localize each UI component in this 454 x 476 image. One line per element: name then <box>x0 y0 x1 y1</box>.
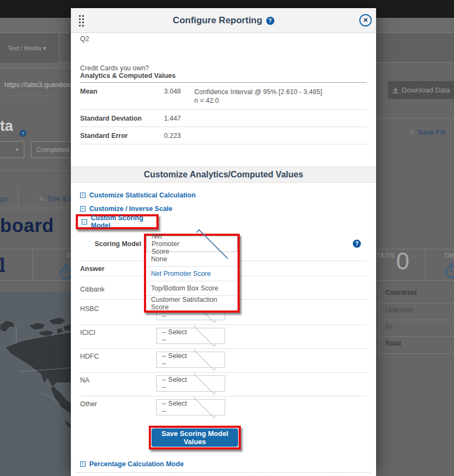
chevron-down-icon <box>193 371 216 394</box>
download-data-button[interactable]: Download Data <box>388 81 454 99</box>
divider <box>379 320 454 320</box>
countries-header: Countries <box>385 289 417 296</box>
question-code: Q2 <box>80 35 89 43</box>
divider <box>379 286 379 357</box>
answer-column-header: Answer <box>80 265 104 273</box>
scoring-model-select[interactable]: Net Promoter Score <box>146 236 238 252</box>
table-total-row: Total <box>385 340 401 347</box>
plus-icon: + <box>80 206 85 211</box>
analytics-section-title: Analytics & Computed Values <box>80 72 175 80</box>
divider <box>80 372 366 373</box>
section-percentage-calculation-mode[interactable]: + Percentage Calculation Mode <box>80 460 183 468</box>
dashed-divider <box>76 472 371 473</box>
text-media-label: Text / Media ▾ <box>8 44 46 52</box>
answer-label: Citibank <box>80 286 104 293</box>
table-row: Standard Deviation 1.447 <box>80 110 367 127</box>
data-heading-fragment: ta <box>0 118 13 135</box>
save-button-annotation: Save Scoring Model Values <box>149 426 241 449</box>
chevron-down-icon <box>193 394 216 418</box>
answer-score-select[interactable]: -- Select -- <box>156 328 225 344</box>
help-icon[interactable]: ? <box>353 240 361 248</box>
plus-icon: + <box>80 193 85 198</box>
table-row: Mean 3.048 Confidence Interval @ 95% [2.… <box>80 83 367 110</box>
modal-title: Configure Reporting ? <box>71 8 376 33</box>
started-label-fragment: S <box>67 252 70 258</box>
save-scoring-model-values-button[interactable]: Save Scoring Model Values <box>152 428 238 447</box>
help-icon[interactable]: ? <box>266 17 274 25</box>
table-row: Unknown <box>385 306 413 314</box>
screen: Text / Media ▾ https://labs3.questionpr … <box>0 0 454 476</box>
minus-icon: − <box>82 219 87 224</box>
table-row: Standard Error 0.223 <box>80 127 367 144</box>
dropouts-value: 0 <box>396 247 409 275</box>
modal-header: Configure Reporting ? ✕ <box>71 8 376 33</box>
settings-tab-fragment[interactable]: gs <box>0 195 8 203</box>
divider <box>80 325 366 325</box>
chevron-down-icon <box>193 323 216 346</box>
answer-score-select[interactable]: -- Select -- <box>156 375 225 392</box>
divider <box>32 249 33 280</box>
dashboard-heading-fragment: board <box>0 215 54 236</box>
answer-score-select[interactable]: -- Select -- <box>156 352 225 368</box>
option-net-promoter-score[interactable]: Net Promoter Score <box>146 267 238 281</box>
section-customize-statistical-calculation[interactable]: + Customize Statistical Calculation <box>80 191 196 199</box>
answer-label: HDFC <box>80 353 99 360</box>
answer-label: HSBC <box>80 305 99 313</box>
divider <box>379 353 454 354</box>
table-row: IN <box>385 323 392 330</box>
filter-dropdown[interactable]: ▼ <box>0 141 24 158</box>
option-top-bottom-box-score[interactable]: Top/Bottom Box Score <box>146 281 238 296</box>
title-logo-tab[interactable]: ✎ Title & L <box>39 195 71 203</box>
confidence-interval-note: Confidence Interval @ 95% [2.610 - 3.485… <box>194 88 367 96</box>
divider <box>80 396 366 396</box>
plus-icon: + <box>80 461 85 467</box>
text-media-tab[interactable]: Text / Media ▾ <box>0 33 60 63</box>
caret-down-icon: ▼ <box>15 147 19 153</box>
divider <box>376 118 454 118</box>
close-icon[interactable]: ✕ <box>359 14 372 27</box>
analytics-table: Mean 3.048 Confidence Interval @ 95% [2.… <box>80 82 367 144</box>
divider <box>379 336 454 337</box>
section-custom-scoring-model[interactable]: − Custom Scoring Model <box>76 214 159 229</box>
configure-reporting-modal: Configure Reporting ? ✕ Q2 Credit Cards … <box>71 8 376 476</box>
section-customize-inverse-scale[interactable]: + Customize / Inverse Scale <box>80 205 173 213</box>
save-filter-link[interactable]: ✎ Save Filt <box>410 128 445 136</box>
scoring-model-options: None Net Promoter Score Top/Bottom Box S… <box>146 252 238 310</box>
edit-icon: ✎ <box>39 195 44 203</box>
question-text: Credit Cards you own? <box>80 64 149 72</box>
download-icon <box>392 87 399 94</box>
chevron-down-icon <box>193 347 216 370</box>
divider <box>0 208 71 208</box>
answer-score-select[interactable]: -- Select -- <box>156 399 225 415</box>
divider <box>0 96 71 96</box>
divider <box>425 249 425 280</box>
time-label-fragment: TIM <box>444 252 454 259</box>
stat-value-fragment: 1 <box>0 253 5 277</box>
thin-band <box>0 63 71 69</box>
survey-url-text: https://labs3.questionpr <box>4 81 71 89</box>
scoring-model-label: Scoring Model <box>82 240 141 248</box>
answer-label: ICICI <box>80 329 95 336</box>
divider <box>0 170 71 171</box>
sample-size-note: n = 42.0 <box>194 96 367 105</box>
divider <box>80 348 366 349</box>
dropouts-label-fragment: OUTS <box>378 252 394 259</box>
world-map <box>0 292 71 476</box>
answer-label: Other <box>80 400 97 408</box>
divider <box>379 303 454 303</box>
help-icon[interactable]: ? <box>19 130 27 137</box>
scoring-model-dropdown-annotation: Net Promoter Score None Net Promoter Sco… <box>144 234 240 313</box>
option-customer-satisfaction-score[interactable]: Customer Satisfaction Score <box>146 296 238 310</box>
edit-icon: ✎ <box>410 129 415 136</box>
divider <box>18 187 18 208</box>
answer-label: NA <box>80 376 89 384</box>
customize-section-bar: Customize Analytics/Computed Values <box>71 167 376 183</box>
stopwatch-icon <box>445 263 454 279</box>
